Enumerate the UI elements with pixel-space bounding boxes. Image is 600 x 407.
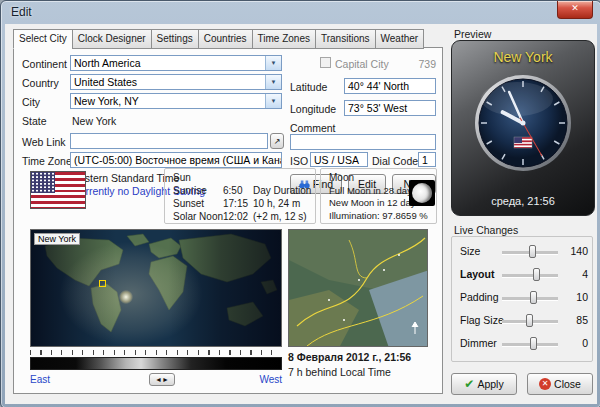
layout-slider-label: Layout xyxy=(460,268,494,280)
city-select[interactable]: New York, NY ▼ xyxy=(70,93,282,109)
close-circle-icon: ✕ xyxy=(539,378,551,390)
dial-code-label: Dial Code xyxy=(372,155,418,167)
flag-size-value: 85 xyxy=(560,314,588,326)
select-city-panel: Continent North America ▼ Country United… xyxy=(13,47,443,394)
iso-value: US / USA xyxy=(310,152,368,167)
tab-time-zones[interactable]: Time Zones xyxy=(252,29,315,49)
shift-map-button[interactable]: ◄► xyxy=(149,373,175,386)
longitude-label: Longitude xyxy=(290,103,336,115)
city-label: City xyxy=(22,96,40,108)
capital-city-checkbox[interactable] xyxy=(320,57,331,68)
dimmer-slider-thumb[interactable] xyxy=(530,337,537,350)
close-button-label: Close xyxy=(554,378,581,390)
tab-strip: Select City Clock Designer Settings Coun… xyxy=(13,29,424,47)
layout-slider-thumb[interactable] xyxy=(533,268,540,281)
close-button[interactable]: ✕ Close xyxy=(527,373,593,395)
window-close-button[interactable]: ✕ xyxy=(557,1,593,19)
moon-group-title: Moon xyxy=(329,172,354,183)
padding-slider-thumb[interactable] xyxy=(530,291,537,304)
dimmer-slider[interactable] xyxy=(502,343,558,347)
apply-button[interactable]: ✔ Apply xyxy=(451,373,517,395)
day-duration-value: 10 h, 24 m xyxy=(253,198,300,209)
time-ruler xyxy=(30,350,282,355)
chevron-down-icon[interactable]: ▼ xyxy=(265,56,281,70)
chevron-down-icon[interactable]: ▼ xyxy=(265,75,281,89)
world-map[interactable]: New York xyxy=(30,229,282,347)
layout-slider[interactable] xyxy=(502,274,558,278)
time-zone-label: Time Zone xyxy=(22,155,72,167)
tab-weather[interactable]: Weather xyxy=(375,29,425,49)
region-map-image xyxy=(289,230,428,347)
time-zone-input[interactable]: (UTC-05:00) Восточное время (США и Канад… xyxy=(70,152,282,168)
comment-label: Comment xyxy=(290,122,336,134)
live-changes-label: Live Changes xyxy=(454,224,518,236)
continent-label: Continent xyxy=(22,58,67,70)
solar-noon-delta: (+2 m, 12 s) xyxy=(253,211,307,222)
city-datetime-text: 8 Февраля 2012 г., 21:56 xyxy=(288,351,411,363)
tab-clock-designer[interactable]: Clock Designer xyxy=(72,29,151,49)
clock-preview: New York xyxy=(451,40,595,216)
flag-size-slider-thumb[interactable] xyxy=(526,314,533,327)
iso-label: ISO xyxy=(290,155,308,167)
close-icon: ✕ xyxy=(571,3,579,13)
padding-slider[interactable] xyxy=(502,297,558,301)
latitude-input[interactable]: 40° 44' North xyxy=(344,78,436,94)
sun-group: Sun Sunrise 6:50 Day Duration Sunset 17:… xyxy=(164,168,316,224)
country-label: Country xyxy=(22,77,59,89)
dialog-body: Select City Clock Designer Settings Coun… xyxy=(5,24,597,404)
left-right-arrows-icon: ◄► xyxy=(155,376,169,383)
capital-city-label: Capital City xyxy=(335,58,389,70)
tab-transitions[interactable]: Transitions xyxy=(315,29,375,49)
preview-label: Preview xyxy=(454,28,491,40)
comment-input[interactable] xyxy=(290,134,436,150)
open-web-link-button[interactable]: ↗ xyxy=(270,133,284,149)
analog-clock xyxy=(473,73,573,173)
size-slider-thumb[interactable] xyxy=(529,245,536,258)
state-value: New York xyxy=(72,115,116,127)
daylight-bar xyxy=(30,357,282,370)
continent-value: North America xyxy=(74,57,265,69)
tab-select-city[interactable]: Select City xyxy=(13,29,72,49)
padding-slider-label: Padding xyxy=(460,291,499,303)
flag-size-slider[interactable] xyxy=(502,320,558,324)
dimmer-slider-label: Dimmer xyxy=(460,337,497,349)
east-label: East xyxy=(30,374,50,385)
clock-flag-icon xyxy=(514,137,532,148)
flag-canton xyxy=(31,172,55,193)
region-map[interactable] xyxy=(288,229,428,347)
apply-button-label: Apply xyxy=(477,378,503,390)
selected-city-marker xyxy=(99,280,106,287)
day-night-overlay xyxy=(31,230,281,346)
sun-position-glow xyxy=(119,290,133,304)
west-label: West xyxy=(242,374,282,385)
chevron-down-icon[interactable]: ▼ xyxy=(265,94,281,108)
time-offset-text: 7 h behind Local Time xyxy=(288,366,391,378)
latitude-label: Latitude xyxy=(290,81,327,93)
day-duration-label: Day Duration xyxy=(253,185,311,196)
dial-code-input[interactable]: 1 xyxy=(418,152,436,167)
moon-group: Moon Full Moon in 28 days New Moon in 12… xyxy=(320,168,437,224)
dimmer-value: 0 xyxy=(560,337,588,349)
open-link-icon: ↗ xyxy=(274,137,281,146)
title-bar: Edit ✕ xyxy=(1,1,600,24)
country-flag xyxy=(30,171,86,209)
moon-phase-icon xyxy=(412,183,432,203)
size-slider[interactable] xyxy=(502,251,558,255)
country-value: United States xyxy=(74,76,265,88)
continent-select[interactable]: North America ▼ xyxy=(70,55,282,71)
tab-countries[interactable]: Countries xyxy=(198,29,252,49)
sunrise-label: Sunrise xyxy=(173,185,207,196)
sunset-label: Sunset xyxy=(173,198,204,209)
size-value: 140 xyxy=(560,245,588,257)
web-link-label: Web Link xyxy=(22,136,66,148)
state-label: State xyxy=(22,115,47,127)
moon-image xyxy=(409,180,435,206)
web-link-input[interactable] xyxy=(70,133,268,149)
full-moon-text: Full Moon in 28 days xyxy=(329,185,417,196)
map-city-label: New York xyxy=(34,233,80,245)
new-moon-text: New Moon in 12 days xyxy=(329,197,420,208)
tab-settings[interactable]: Settings xyxy=(151,29,198,49)
country-select[interactable]: United States ▼ xyxy=(70,74,282,90)
sunset-value: 17:15 xyxy=(223,198,248,209)
longitude-input[interactable]: 73° 53' West xyxy=(344,100,436,116)
